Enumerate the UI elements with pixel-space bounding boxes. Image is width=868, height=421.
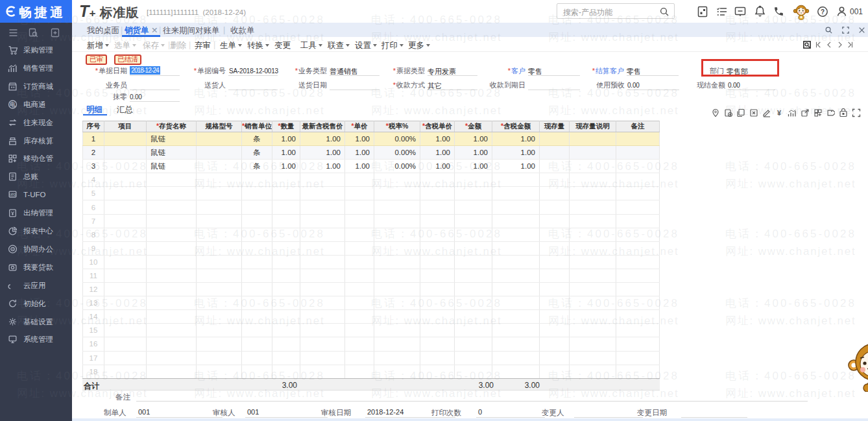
svg-text:?: ? [821,8,825,16]
svg-text:UFO: UFO [9,193,16,197]
svg-text:¥: ¥ [777,109,782,117]
svg-text:电: 电 [10,101,16,108]
